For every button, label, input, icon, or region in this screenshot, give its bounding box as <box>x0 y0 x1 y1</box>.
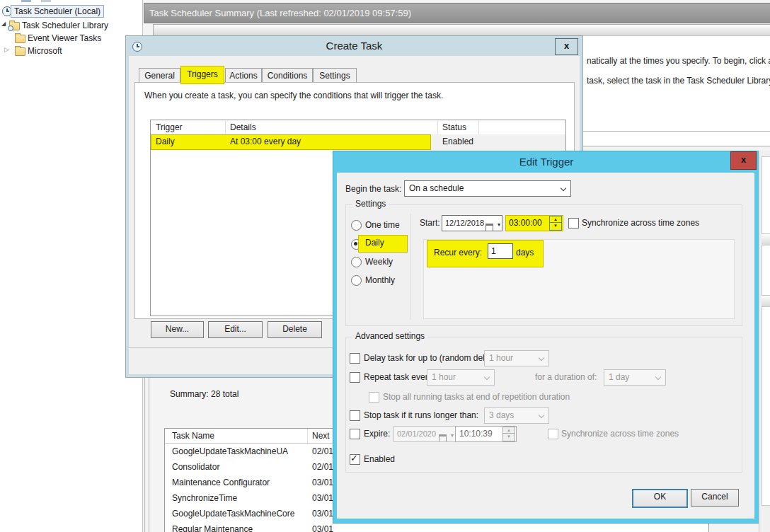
column-header-details[interactable]: Details <box>230 122 256 132</box>
table-cell-next: 03/01 <box>312 493 333 503</box>
duration-select[interactable]: 1 day <box>604 369 666 386</box>
column-divider[interactable] <box>225 120 226 134</box>
delete-trigger-button[interactable]: Delete <box>268 321 322 338</box>
table-row[interactable]: GoogleUpdateTaskMachineCore <box>172 509 294 519</box>
overview-text-line1: natically at the times you specify. To b… <box>587 56 770 66</box>
folder-icon <box>15 47 25 56</box>
settings-group-label: Settings <box>352 199 389 209</box>
radio-weekly-label[interactable]: Weekly <box>365 257 393 267</box>
enabled-label: Enabled <box>364 454 395 464</box>
table-row[interactable]: Regular Maintenance <box>172 524 253 532</box>
duration-value: 1 day <box>609 372 629 382</box>
column-divider[interactable] <box>307 429 308 443</box>
edit-trigger-button[interactable]: Edit... <box>208 321 263 338</box>
task-scheduler-screen: Task Scheduler (Local) ◢ Task Scheduler … <box>0 0 770 532</box>
radio-weekly[interactable] <box>351 257 362 267</box>
expire-label: Expire: <box>364 429 390 439</box>
trigger-cell-status: Enabled <box>442 137 473 146</box>
sync-timezones-checkbox-2[interactable] <box>548 429 558 439</box>
column-header-trigger[interactable]: Trigger <box>156 122 183 132</box>
table-cell-next: 03/01 <box>312 509 333 519</box>
sidebar-item-task-scheduler-library[interactable]: Task Scheduler Library <box>22 21 108 30</box>
close-button[interactable]: x <box>555 38 578 55</box>
enabled-checkbox[interactable] <box>350 454 360 465</box>
edit-trigger-title: Edit Trigger <box>333 156 759 168</box>
chevron-down-icon <box>561 185 566 191</box>
expander-collapsed-icon[interactable]: ▷ <box>4 46 9 53</box>
repeat-interval-select[interactable]: 1 hour <box>427 369 495 386</box>
expire-date-value: 02/01/2020 <box>397 429 436 438</box>
begin-task-value: On a schedule <box>409 183 464 193</box>
start-date-value: 12/12/2018 <box>445 219 484 227</box>
start-time-value: 03:00:00 <box>509 218 542 228</box>
sync-timezones-label: Synchronize across time zones <box>582 218 699 228</box>
close-button[interactable]: x <box>730 151 757 170</box>
start-time-spinner[interactable]: 03:00:00 ▲ ▼ <box>505 215 563 231</box>
table-row[interactable]: Maintenance Configurator <box>172 478 270 487</box>
overview-text-line2: task, select the task in the Task Schedu… <box>587 76 770 86</box>
column-divider[interactable] <box>478 120 479 134</box>
spin-down-icon[interactable]: ▼ <box>502 433 515 441</box>
table-row[interactable]: Consolidator <box>172 462 219 472</box>
sidebar-tree-pane: Task Scheduler (Local) ◢ Task Scheduler … <box>0 0 143 532</box>
actions-pane-sliver <box>759 151 770 532</box>
spin-down-icon[interactable]: ▼ <box>549 222 562 231</box>
stop-all-tasks-checkbox[interactable] <box>369 392 379 403</box>
delay-task-checkbox[interactable] <box>350 353 360 364</box>
dropdown-arrow-icon: ▾ <box>451 429 454 442</box>
actions-pane-section-header <box>762 295 770 306</box>
sidebar-item-task-scheduler-local[interactable]: Task Scheduler (Local) <box>11 5 104 18</box>
trigger-row[interactable]: Daily At 03:00 every day Enabled <box>151 134 565 150</box>
toolbar-icons-sliver <box>21 0 31 2</box>
expire-date-picker[interactable]: 02/01/2020 ▾ <box>393 426 456 442</box>
expire-checkbox[interactable] <box>350 429 360 439</box>
chevron-down-icon <box>484 374 490 380</box>
table-cell-next: 02/01 <box>312 446 333 456</box>
chevron-down-icon <box>539 355 544 361</box>
ok-button[interactable]: OK <box>632 489 688 508</box>
create-task-title: Create Task <box>126 40 582 52</box>
toolbar-icons-sliver <box>41 0 51 2</box>
column-divider[interactable] <box>437 120 438 134</box>
stop-task-checkbox[interactable] <box>350 410 360 421</box>
radio-monthly[interactable] <box>351 275 362 286</box>
cancel-button[interactable]: Cancel <box>691 489 739 507</box>
stop-duration-select[interactable]: 3 days <box>484 407 549 424</box>
delay-duration-select[interactable]: 1 hour <box>484 350 549 366</box>
delay-duration-value: 1 hour <box>489 353 513 363</box>
trigger-cell-details: At 03:00 every day <box>230 137 301 146</box>
column-header-next-run[interactable]: Next <box>312 431 330 441</box>
calendar-icon <box>439 431 447 442</box>
expire-time-spinner[interactable]: 10:10:39 ▲ ▼ <box>455 426 517 442</box>
triggers-intro-text: When you create a task, you can specify … <box>144 91 443 100</box>
radio-monthly-label[interactable]: Monthly <box>365 275 395 285</box>
radio-one-time-label[interactable]: One time <box>365 220 400 230</box>
new-trigger-button[interactable]: New... <box>151 321 204 338</box>
pane-splitter[interactable] <box>149 376 149 532</box>
summary-count-label: Summary: 28 total <box>170 389 239 399</box>
table-cell-next: 03/01 <box>312 478 333 487</box>
table-cell-next: 03/01 <box>312 524 333 532</box>
expander-expanded-icon[interactable]: ◢ <box>1 21 6 27</box>
tab-triggers[interactable]: Triggers <box>180 66 224 84</box>
sidebar-item-microsoft[interactable]: Microsoft <box>28 46 62 56</box>
repeat-task-checkbox[interactable] <box>350 372 360 383</box>
sidebar-item-event-viewer-tasks[interactable]: Event Viewer Tasks <box>28 33 101 43</box>
sync-timezones-checkbox[interactable] <box>568 218 579 229</box>
radio-one-time[interactable] <box>351 220 362 231</box>
begin-task-select[interactable]: On a schedule <box>404 180 571 197</box>
recur-every-label: Recur every: <box>434 248 482 258</box>
stop-task-label: Stop task if it runs longer than: <box>364 410 478 420</box>
recur-unit-label: days <box>516 248 534 258</box>
table-row[interactable]: GoogleUpdateTaskMachineUA <box>172 446 288 456</box>
recur-every-input[interactable]: 1 <box>488 243 513 259</box>
column-header-task-name[interactable]: Task Name <box>172 431 214 441</box>
start-date-picker[interactable]: 12/12/2018 ▾ <box>442 215 502 231</box>
column-header-status[interactable]: Status <box>442 122 466 132</box>
table-row[interactable]: SynchronizeTime <box>172 493 237 503</box>
actions-pane-section <box>762 156 770 234</box>
radio-daily-label[interactable]: Daily <box>365 238 384 248</box>
settings-vertical-divider <box>410 214 411 320</box>
sync-timezones-label-2: Synchronize across time zones <box>561 429 679 439</box>
pane-splitter[interactable] <box>144 376 145 532</box>
